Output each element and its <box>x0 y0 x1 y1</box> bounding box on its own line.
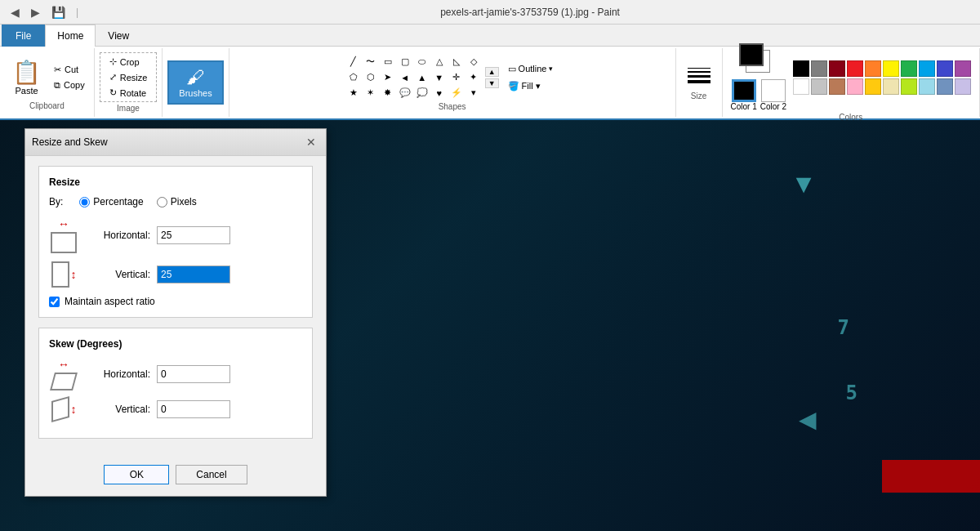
palette-color-17[interactable] <box>919 78 935 95</box>
forward-button[interactable]: ▶ <box>27 3 44 21</box>
shape-hexagon[interactable]: ⬡ <box>363 70 379 85</box>
dialog-title: Resize and Skew <box>32 136 108 148</box>
palette-color-9[interactable] <box>955 60 971 77</box>
palette-color-8[interactable] <box>937 60 953 77</box>
palette-color-4[interactable] <box>865 60 881 77</box>
h-arrows-icon: ↔ <box>58 217 69 230</box>
resize-vertical-input[interactable] <box>157 266 230 283</box>
shapes-scroll-up[interactable]: ▲ <box>485 67 499 77</box>
shape-arrow-d[interactable]: ▼ <box>431 70 448 85</box>
shape-diagonal[interactable]: ╱ <box>345 55 362 69</box>
shape-lightning[interactable]: ⚡ <box>448 86 465 100</box>
dialog-close-button[interactable]: ✕ <box>303 134 319 150</box>
rotate-button[interactable]: ↻ Rotate <box>105 86 152 100</box>
paste-button[interactable]: 📋 Paste <box>5 55 48 100</box>
shapes-scroll-down[interactable]: ▼ <box>485 78 499 88</box>
back-button[interactable]: ◀ <box>7 3 24 21</box>
palette-color-15[interactable] <box>883 78 899 95</box>
palette-color-3[interactable] <box>847 60 863 77</box>
palette-color-2[interactable] <box>829 60 845 77</box>
crop-button[interactable]: ⊹ Crop <box>105 55 152 69</box>
palette-color-18[interactable] <box>937 78 953 95</box>
fill-button[interactable]: 🪣 Fill ▾ <box>502 78 559 94</box>
shape-callout-l[interactable]: 💭 <box>414 86 430 100</box>
shape-ellipse[interactable]: ⬭ <box>414 55 430 69</box>
palette-color-19[interactable] <box>955 78 971 95</box>
ok-button[interactable]: OK <box>104 465 169 484</box>
tab-file[interactable]: File <box>2 25 45 47</box>
size-content <box>681 65 717 90</box>
shape-star5[interactable]: ★ <box>345 86 362 100</box>
shape-wave[interactable]: 〜 <box>363 55 379 69</box>
skew-h-visual: ↔ <box>52 358 75 390</box>
pixels-radio[interactable] <box>157 197 167 207</box>
window-title: pexels-art-jamie's-3753759 (1).jpg - Pai… <box>87 7 973 18</box>
resize-button[interactable]: ⤢ Resize <box>105 70 152 84</box>
tab-view[interactable]: View <box>96 25 141 47</box>
pixels-radio-label[interactable]: Pixels <box>157 196 197 207</box>
shape-arrow-l[interactable]: ◄ <box>397 70 413 85</box>
copy-button[interactable]: ⧉ Copy <box>50 78 89 92</box>
shape-callout-r[interactable]: 💬 <box>397 86 413 100</box>
by-label: By: <box>49 196 63 207</box>
resize-h-icon-container: ↔ <box>49 217 78 253</box>
percentage-radio[interactable] <box>79 197 90 207</box>
shape-rect[interactable]: ▭ <box>380 55 396 69</box>
palette-color-7[interactable] <box>919 60 935 77</box>
palette-color-6[interactable] <box>901 60 917 77</box>
cancel-button[interactable]: Cancel <box>176 465 247 484</box>
palette-color-5[interactable] <box>883 60 899 77</box>
dialog-title-bar[interactable]: Resize and Skew ✕ <box>25 129 326 156</box>
maintain-aspect-checkbox[interactable] <box>49 297 60 307</box>
palette-color-0[interactable] <box>793 60 809 77</box>
brushes-button[interactable]: 🖌 Brushes <box>167 60 223 105</box>
color1-selected-box[interactable] <box>732 79 756 102</box>
cut-icon: ✂ <box>54 65 61 75</box>
shape-heart[interactable]: ♥ <box>431 86 448 100</box>
color2-label: Color 2 <box>760 102 786 111</box>
palette-container <box>793 60 971 95</box>
shape-star6[interactable]: ✶ <box>363 86 379 100</box>
cut-button[interactable]: ✂ Cut <box>50 63 89 77</box>
resize-v-label: Vertical: <box>85 269 150 280</box>
palette-color-14[interactable] <box>865 78 881 95</box>
shape-rtriangle[interactable]: ◺ <box>448 55 465 69</box>
resize-horizontal-input[interactable] <box>157 226 230 244</box>
palette-color-10[interactable] <box>793 78 809 95</box>
skew-h-shape <box>50 373 78 390</box>
skew-section: Skew (Degrees) ↔ Horizontal: <box>38 328 313 439</box>
shape-roundrect[interactable]: ▢ <box>397 55 413 69</box>
crop-section: ⊹ Crop ⤢ Resize ↻ Rotate <box>100 52 158 102</box>
shape-diamond[interactable]: ◇ <box>466 55 482 69</box>
size-line-2 <box>688 71 710 73</box>
tab-home[interactable]: Home <box>45 25 96 47</box>
color2-selected-box[interactable] <box>761 79 786 102</box>
shape-arrow-r[interactable]: ➤ <box>380 70 396 85</box>
palette-color-11[interactable] <box>811 78 827 95</box>
quick-save-button[interactable]: 💾 <box>47 3 69 21</box>
resize-skew-dialog: Resize and Skew ✕ Resize By: Percentage <box>24 128 327 497</box>
color-boxes-container <box>739 43 778 78</box>
shape-scroll-dn[interactable]: ▾ <box>466 86 482 100</box>
palette-color-1[interactable] <box>811 60 827 77</box>
outline-button[interactable]: ▭ Outline ▾ <box>502 61 559 77</box>
skew-horizontal-input[interactable] <box>157 365 230 383</box>
shape-triangle[interactable]: △ <box>431 55 448 69</box>
palette-color-13[interactable] <box>847 78 863 95</box>
palette-color-12[interactable] <box>829 78 845 95</box>
shape-arrow-u[interactable]: ▲ <box>414 70 430 85</box>
shape-starburst[interactable]: ✸ <box>380 86 396 100</box>
palette-color-16[interactable] <box>901 78 917 95</box>
skew-vertical-input[interactable] <box>157 400 230 418</box>
maintain-aspect-row: Maintain aspect ratio <box>49 296 302 307</box>
percentage-radio-label[interactable]: Percentage <box>79 196 143 207</box>
size-line-3 <box>688 75 710 78</box>
resize-v-box <box>51 261 69 288</box>
clipboard-label: Clipboard <box>29 101 65 110</box>
color1-box[interactable] <box>739 43 764 66</box>
canvas-red-bar <box>882 460 980 493</box>
shape-star4[interactable]: ✦ <box>466 70 482 85</box>
shape-4arrow[interactable]: ✛ <box>448 70 465 85</box>
shape-pentagon[interactable]: ⬠ <box>345 70 362 85</box>
resize-v-box-with-arrow: ↕ <box>51 261 77 288</box>
